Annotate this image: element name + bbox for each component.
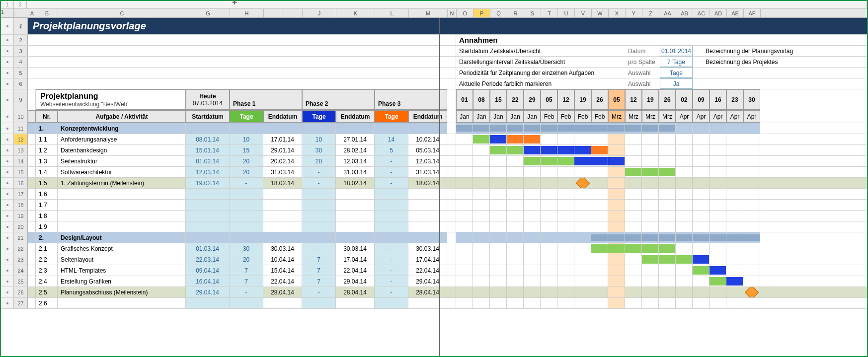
outline-gutter[interactable]	[1, 254, 14, 265]
task-nr[interactable]: 1.5	[36, 178, 58, 188]
outline-gutter[interactable]	[1, 35, 14, 45]
task-p1-end[interactable]	[263, 200, 302, 210]
assumption-value[interactable]: Tage	[660, 68, 693, 78]
task-p1-end[interactable]: 17.01.14	[263, 134, 302, 144]
col-header-K[interactable]: K	[336, 9, 375, 17]
gantt-cell[interactable]	[541, 243, 557, 254]
task-p2-end[interactable]: 18.02.14	[336, 178, 375, 188]
task-start[interactable]: 22.03.14	[186, 254, 230, 265]
gantt-cell[interactable]	[710, 156, 726, 166]
task-name[interactable]	[58, 189, 186, 199]
task-p2-end[interactable]	[336, 189, 375, 199]
task-name[interactable]	[58, 200, 186, 210]
task-p2-end[interactable]: 28.02.14	[336, 145, 375, 155]
gantt-cell[interactable]	[693, 211, 710, 221]
gantt-cell[interactable]	[524, 200, 541, 210]
task-p2-end[interactable]	[336, 211, 375, 221]
task-p2-days[interactable]	[302, 211, 336, 221]
col-header-Q[interactable]: Q	[490, 9, 507, 17]
gantt-cell[interactable]	[608, 134, 625, 144]
gantt-cell[interactable]	[456, 145, 473, 155]
col-header-V[interactable]: V	[575, 9, 592, 17]
gantt-cell[interactable]	[541, 221, 557, 232]
gantt-cell[interactable]	[676, 254, 693, 265]
gantt-cell[interactable]	[642, 221, 659, 232]
gantt-cell[interactable]	[743, 145, 760, 155]
task-p1-days[interactable]: 7	[230, 265, 263, 276]
gantt-cell[interactable]	[608, 276, 625, 286]
gantt-cell[interactable]	[574, 243, 591, 254]
gantt-cell[interactable]	[693, 134, 710, 144]
outline-col-1[interactable]: 1	[1, 1, 14, 8]
gantt-cell[interactable]	[456, 221, 473, 232]
task-p3-end[interactable]	[408, 298, 447, 308]
gantt-cell[interactable]	[456, 156, 473, 166]
gantt-cell[interactable]	[659, 298, 676, 308]
gantt-cell[interactable]	[557, 298, 574, 308]
gantt-cell[interactable]	[743, 265, 760, 276]
task-p2-end[interactable]: 12.03.14	[336, 156, 375, 166]
gantt-cell[interactable]	[507, 167, 524, 177]
gantt-cell[interactable]	[642, 178, 659, 188]
gantt-cell[interactable]	[541, 265, 557, 276]
gantt-cell[interactable]	[541, 254, 557, 265]
gantt-cell[interactable]	[507, 200, 524, 210]
gantt-cell[interactable]	[473, 123, 490, 134]
gantt-cell[interactable]	[490, 287, 507, 297]
gantt-cell[interactable]	[625, 298, 642, 308]
gantt-cell[interactable]	[456, 254, 473, 265]
gantt-cell[interactable]	[743, 298, 760, 308]
gantt-cell[interactable]	[490, 243, 507, 254]
gantt-cell[interactable]	[710, 145, 726, 155]
task-p1-days[interactable]: 10	[230, 134, 263, 144]
task-name[interactable]: Softwarearchitektur	[58, 167, 186, 177]
gantt-cell[interactable]	[507, 221, 524, 232]
row-header-14[interactable]: 14	[14, 156, 28, 166]
gantt-cell[interactable]	[574, 232, 591, 243]
gantt-cell[interactable]	[591, 298, 608, 308]
col-header-Y[interactable]: Y	[626, 9, 642, 17]
task-nr[interactable]: 1.2	[36, 145, 58, 155]
task-p1-days[interactable]	[230, 189, 263, 199]
gantt-cell[interactable]	[625, 167, 642, 177]
gantt-cell[interactable]	[507, 134, 524, 144]
task-p3-days[interactable]: -	[375, 254, 408, 265]
gantt-cell[interactable]	[574, 134, 591, 144]
task-p1-days[interactable]: -	[230, 287, 263, 297]
task-name[interactable]: Datenbankdesign	[58, 145, 186, 155]
gantt-cell[interactable]	[574, 189, 591, 199]
gantt-cell[interactable]	[473, 211, 490, 221]
task-nr[interactable]: 1.6	[36, 189, 58, 199]
task-p2-end[interactable]	[336, 298, 375, 308]
gantt-cell[interactable]	[490, 189, 507, 199]
task-start[interactable]: 01.03.14	[186, 243, 230, 254]
gantt-cell[interactable]	[541, 232, 557, 243]
row-header-9[interactable]: 9	[14, 89, 28, 110]
gantt-cell[interactable]	[743, 167, 760, 177]
task-p2-end[interactable]	[336, 221, 375, 232]
task-p3-end[interactable]	[408, 221, 447, 232]
gantt-cell[interactable]	[726, 123, 743, 134]
gantt-cell[interactable]	[557, 167, 574, 177]
outline-gutter[interactable]	[1, 78, 14, 89]
col-header-W[interactable]: W	[592, 9, 609, 17]
task-name[interactable]: Seitenlayout	[58, 254, 186, 265]
gantt-cell[interactable]	[591, 287, 608, 297]
gantt-cell[interactable]	[473, 298, 490, 308]
gantt-cell[interactable]	[524, 211, 541, 221]
gantt-cell[interactable]	[507, 123, 524, 134]
row-header-12[interactable]: 12	[14, 134, 28, 144]
gantt-cell[interactable]	[591, 254, 608, 265]
gantt-cell[interactable]	[608, 243, 625, 254]
gantt-cell[interactable]	[557, 134, 574, 144]
gantt-cell[interactable]	[557, 221, 574, 232]
gantt-cell[interactable]	[490, 298, 507, 308]
gantt-cell[interactable]	[490, 156, 507, 166]
gantt-cell[interactable]	[608, 156, 625, 166]
gantt-cell[interactable]	[625, 211, 642, 221]
task-p1-end[interactable]: 15.04.14	[263, 265, 302, 276]
gantt-cell[interactable]	[507, 211, 524, 221]
task-p3-end[interactable]: 31.03.14	[408, 167, 447, 177]
outline-gutter[interactable]	[1, 46, 14, 56]
gantt-cell[interactable]	[557, 123, 574, 134]
